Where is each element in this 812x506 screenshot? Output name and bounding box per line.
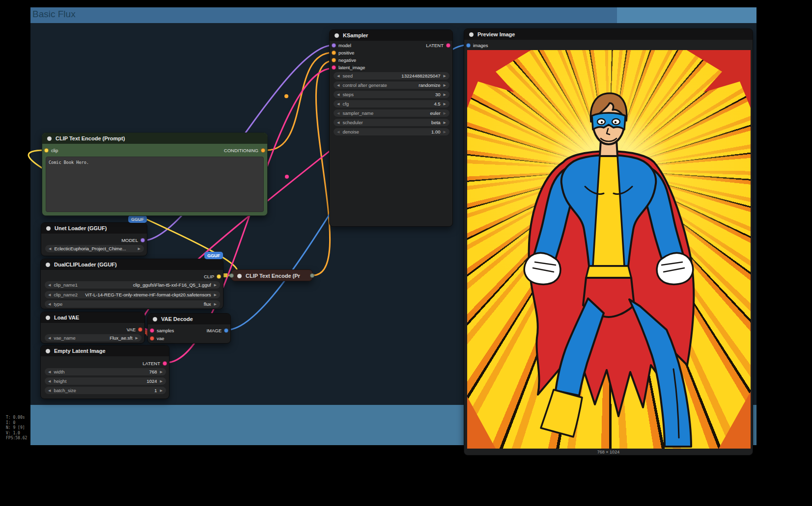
slot-dot-image[interactable] xyxy=(224,328,228,333)
input-slot-images[interactable]: images xyxy=(466,42,488,49)
node-clip-text-encode-prompt[interactable]: CLIP Text Encode (Prompt) clip CONDITION… xyxy=(42,133,268,216)
widget-type[interactable]: ◀ type flux ▶ xyxy=(45,300,220,308)
node-status-dot xyxy=(46,263,50,267)
node-dual-clip-loader[interactable]: GGUF DualCLIPLoader (GGUF) CLIP ◀ clip_n… xyxy=(40,259,224,309)
node-status-dot xyxy=(46,226,51,231)
left-arrow-icon[interactable]: ◀ xyxy=(337,111,339,115)
widget-seed[interactable]: ◀ seed 132244882825047 ▶ xyxy=(334,72,449,80)
right-arrow-icon[interactable]: ▶ xyxy=(136,336,138,340)
input-slot-samples[interactable]: samples xyxy=(150,327,174,334)
widget-height[interactable]: ◀ height 1024 ▶ xyxy=(45,377,166,385)
input-slot-vae[interactable]: vae xyxy=(150,335,164,342)
right-arrow-icon[interactable]: ▶ xyxy=(444,83,446,87)
slot-dot-latent[interactable] xyxy=(163,361,167,366)
superhero-illustration xyxy=(467,50,751,449)
slot-dot-vae-in[interactable] xyxy=(150,336,154,341)
slot-dot-model-in[interactable] xyxy=(332,43,336,48)
node-title: Unet Loader (GGUF) xyxy=(55,225,107,231)
widget-cfg[interactable]: ◀ cfg 4.5 ▶ xyxy=(334,100,449,107)
wire-positive-conditioning xyxy=(267,53,333,150)
widget-scheduler[interactable]: ◀ scheduler beta ▶ xyxy=(334,119,449,126)
collapsed-output-dot[interactable] xyxy=(310,273,314,278)
right-arrow-icon[interactable]: ▶ xyxy=(444,130,446,134)
node-preview-image[interactable]: Preview Image images xyxy=(464,28,753,455)
left-arrow-icon[interactable]: ◀ xyxy=(48,293,51,297)
left-arrow-icon[interactable]: ◀ xyxy=(337,74,339,78)
right-arrow-icon[interactable]: ▶ xyxy=(160,370,163,374)
node-status-dot xyxy=(46,349,50,353)
output-slot-clip[interactable]: CLIP xyxy=(204,273,221,280)
output-slot-model[interactable]: MODEL xyxy=(121,237,145,244)
left-arrow-icon[interactable]: ◀ xyxy=(48,283,51,287)
left-arrow-icon[interactable]: ◀ xyxy=(48,389,51,393)
node-unet-loader[interactable]: GGUF Unet Loader (GGUF) MODEL ◀ Eclectic… xyxy=(41,222,147,256)
right-arrow-icon[interactable]: ▶ xyxy=(444,74,446,78)
preview-image-superhero xyxy=(467,50,751,449)
widget-unet-name[interactable]: ◀ EclecticEuphoria_Project_Chime... ▶ xyxy=(45,245,144,252)
node-ksampler[interactable]: KSampler model positive negative latent_… xyxy=(329,29,453,227)
widget-denoise[interactable]: ◀ denoise 1.00 ▶ xyxy=(334,128,449,135)
collapsed-input-dot[interactable] xyxy=(229,273,234,278)
widget-control-after-generate[interactable]: ◀ control after generate randomize ▶ xyxy=(334,81,449,89)
input-slot-positive[interactable]: positive xyxy=(332,49,354,56)
left-arrow-icon[interactable]: ◀ xyxy=(48,302,51,306)
widget-sampler-name[interactable]: ◀ sampler_name euler ▶ xyxy=(334,109,449,117)
link-midpoint-dot xyxy=(284,94,288,98)
input-slot-model[interactable]: model xyxy=(332,42,351,49)
slot-dot-conditioning[interactable] xyxy=(261,148,265,153)
link-midpoint-dot xyxy=(285,175,289,179)
input-slot-clip[interactable]: clip xyxy=(44,147,58,154)
slot-dot-clip-in[interactable] xyxy=(44,148,49,153)
node-title: CLIP Text Encode (Prompt) xyxy=(56,135,125,141)
left-arrow-icon[interactable]: ◀ xyxy=(337,93,339,97)
right-arrow-icon[interactable]: ▶ xyxy=(160,379,163,383)
widget-vae-name[interactable]: ◀ vae_name Flux_ae.sft ▶ xyxy=(45,334,141,342)
input-slot-negative[interactable]: negative xyxy=(332,56,356,64)
right-arrow-icon[interactable]: ▶ xyxy=(444,93,446,97)
slot-dot-images[interactable] xyxy=(466,43,471,48)
widget-clip-name2[interactable]: ◀ clip_name2 ViT-L-14-REG-TE-only-xtreme… xyxy=(45,291,220,298)
left-arrow-icon[interactable]: ◀ xyxy=(48,336,51,340)
right-arrow-icon[interactable]: ▶ xyxy=(444,102,446,106)
slot-dot-latent-out[interactable] xyxy=(446,43,450,48)
left-arrow-icon[interactable]: ◀ xyxy=(337,102,339,106)
right-arrow-icon[interactable]: ▶ xyxy=(214,293,217,297)
left-arrow-icon[interactable]: ◀ xyxy=(337,130,339,134)
node-status-dot xyxy=(47,136,52,141)
left-arrow-icon[interactable]: ◀ xyxy=(337,121,339,125)
input-slot-latent-image[interactable]: latent_image xyxy=(332,64,365,71)
left-arrow-icon[interactable]: ◀ xyxy=(48,379,51,383)
node-empty-latent-image[interactable]: Empty Latent Image LATENT ◀ width 768 ▶ … xyxy=(40,345,169,399)
right-arrow-icon[interactable]: ▶ xyxy=(444,121,446,125)
node-load-vae[interactable]: Load VAE VAE ◀ vae_name Flux_ae.sft ▶ xyxy=(40,312,145,344)
left-arrow-icon[interactable]: ◀ xyxy=(337,83,339,87)
slot-dot-samples[interactable] xyxy=(150,328,154,333)
widget-clip-name1[interactable]: ◀ clip_name1 clip_ggufs\Flan-t5-xxl-F16_… xyxy=(45,281,220,289)
output-slot-vae[interactable]: VAE xyxy=(127,326,142,333)
right-arrow-icon[interactable]: ▶ xyxy=(160,389,163,393)
right-arrow-icon[interactable]: ▶ xyxy=(214,302,217,306)
left-arrow-icon[interactable]: ◀ xyxy=(48,370,51,374)
right-arrow-icon[interactable]: ▶ xyxy=(138,247,140,251)
output-slot-image[interactable]: IMAGE xyxy=(206,327,228,334)
output-slot-latent[interactable]: LATENT xyxy=(426,42,450,49)
right-arrow-icon[interactable]: ▶ xyxy=(214,283,217,287)
right-arrow-icon[interactable]: ▶ xyxy=(444,111,446,115)
left-arrow-icon[interactable]: ◀ xyxy=(49,247,51,251)
widget-batch-size[interactable]: ◀ batch_size 1 ▶ xyxy=(45,387,166,394)
prompt-textarea[interactable]: Comic Book Hero. xyxy=(46,157,264,212)
output-slot-latent[interactable]: LATENT xyxy=(142,360,167,367)
output-slot-conditioning[interactable]: CONDITIONING xyxy=(224,147,265,154)
widget-steps[interactable]: ◀ steps 30 ▶ xyxy=(334,91,449,98)
app-window: Basic Flux T: 0.00s I: 0 N: 9 [9] V: 1.0… xyxy=(0,0,812,506)
node-status-dot xyxy=(46,316,50,320)
slot-dot-negative[interactable] xyxy=(332,58,336,62)
slot-dot-latent-in[interactable] xyxy=(332,65,336,70)
slot-dot-vae[interactable] xyxy=(138,327,142,332)
slot-dot-clip[interactable] xyxy=(217,274,221,279)
slot-dot-positive[interactable] xyxy=(332,51,336,55)
node-clip-text-encode-collapsed[interactable]: CLIP Text Encode (Pr xyxy=(231,269,313,281)
slot-dot-model[interactable] xyxy=(140,238,145,242)
widget-width[interactable]: ◀ width 768 ▶ xyxy=(45,368,166,375)
node-vae-decode[interactable]: VAE Decode samples IMAGE vae xyxy=(147,313,231,344)
